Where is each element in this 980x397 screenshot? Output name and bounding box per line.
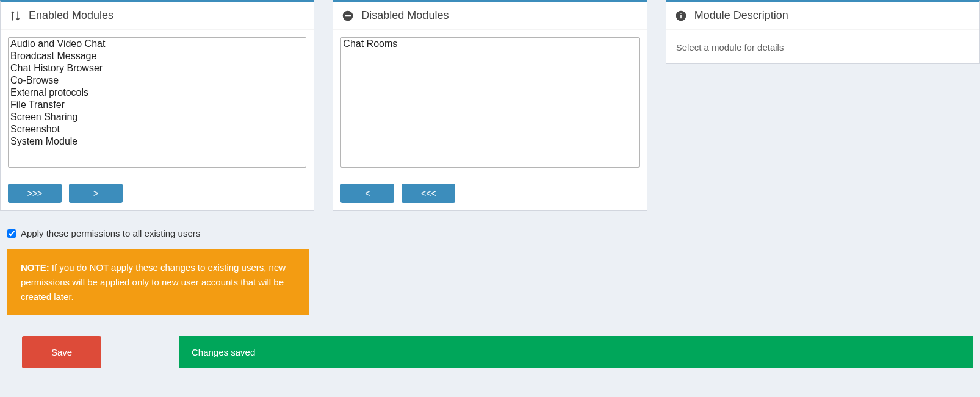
panel-disabled-modules: Disabled Modules Chat Rooms < <<< xyxy=(333,0,647,211)
list-item[interactable]: External protocols xyxy=(9,87,306,99)
svg-rect-1 xyxy=(345,15,351,16)
minus-circle-icon xyxy=(342,10,354,22)
move-left-button[interactable]: < xyxy=(340,184,394,203)
list-item[interactable]: Broadcast Message xyxy=(9,50,306,62)
list-item[interactable]: Screen Sharing xyxy=(9,111,306,123)
list-item[interactable]: Chat History Browser xyxy=(9,62,306,74)
note-prefix: NOTE: xyxy=(21,262,49,273)
list-item[interactable]: Chat Rooms xyxy=(341,38,638,50)
svg-rect-4 xyxy=(680,13,682,14)
list-item[interactable]: Screenshot xyxy=(9,123,306,135)
move-right-button[interactable]: > xyxy=(69,184,123,203)
list-item[interactable]: Co-Browse xyxy=(9,74,306,87)
move-all-left-button[interactable]: <<< xyxy=(402,184,455,203)
svg-rect-3 xyxy=(680,15,682,18)
sort-icon xyxy=(9,10,21,22)
panel-module-description: Module Description Select a module for d… xyxy=(666,0,980,64)
enabled-modules-listbox[interactable]: Audio and Video ChatBroadcast MessageCha… xyxy=(8,37,306,168)
list-item[interactable]: System Module xyxy=(9,135,306,148)
list-item[interactable]: File Transfer xyxy=(9,99,306,111)
module-description-placeholder: Select a module for details xyxy=(676,38,970,54)
apply-permissions-label[interactable]: Apply these permissions to all existing … xyxy=(21,228,200,238)
move-all-right-button[interactable]: >>> xyxy=(8,184,62,203)
module-description-title: Module Description xyxy=(694,9,788,22)
panel-enabled-modules: Enabled Modules Audio and Video ChatBroa… xyxy=(0,0,314,211)
save-button[interactable]: Save xyxy=(22,336,101,368)
changes-saved-alert: Changes saved xyxy=(179,336,973,368)
apply-permissions-checkbox[interactable] xyxy=(7,229,16,238)
enabled-modules-title: Enabled Modules xyxy=(29,9,113,22)
info-circle-icon xyxy=(675,10,687,22)
disabled-modules-title: Disabled Modules xyxy=(361,9,449,22)
disabled-modules-listbox[interactable]: Chat Rooms xyxy=(340,37,639,168)
note-text: If you do NOT apply these changes to exi… xyxy=(21,262,286,302)
note-box: NOTE: If you do NOT apply these changes … xyxy=(7,249,309,315)
list-item[interactable]: Audio and Video Chat xyxy=(9,38,306,50)
